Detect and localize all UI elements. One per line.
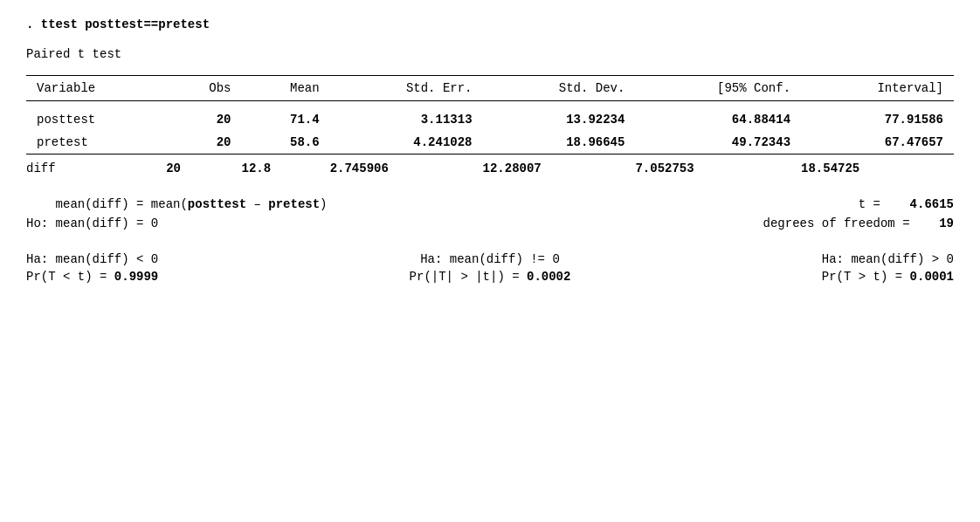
hypotheses-section: Ha: mean(diff) < 0 Pr(T < t) = 0.9999 Ha…	[26, 252, 954, 284]
spacer-row-1	[26, 101, 954, 109]
mean-diff-left: mean(diff) = mean(posttest – pretest)	[26, 197, 859, 211]
cell-confhigh-diff: 18.54725	[801, 161, 954, 175]
pretest-label: pretest	[268, 197, 320, 211]
command-line: . ttest posttest==pretest	[26, 17, 954, 31]
col-std-dev: Std. Dev.	[483, 76, 636, 101]
ho-label: Ho: mean(diff) = 0	[26, 216, 763, 230]
cell-variable-diff: diff	[26, 161, 166, 175]
mean-diff-row: mean(diff) = mean(posttest – pretest) t …	[26, 195, 954, 214]
cell-mean-posttest: 71.4	[242, 108, 330, 131]
ha2-block: Ha: mean(diff) != 0 Pr(|T| > |t|) = 0.00…	[342, 252, 639, 284]
table-row-pretest: pretest 20 58.6 4.241028 18.96645 49.723…	[26, 131, 954, 155]
col-mean: Mean	[242, 76, 330, 101]
ha3-block: Ha: mean(diff) > 0 Pr(T > t) = 0.0001	[656, 252, 954, 284]
cell-stderr-pretest: 4.241028	[330, 131, 483, 155]
col-std-err: Std. Err.	[330, 76, 483, 101]
ha2-value: 0.0002	[527, 270, 570, 284]
ha3-label: Ha: mean(diff) > 0	[656, 252, 954, 266]
ha1-block: Ha: mean(diff) < 0 Pr(T < t) = 0.9999	[26, 252, 324, 284]
df-right: degrees of freedom = 19	[763, 216, 954, 230]
results-table: Variable Obs Mean Std. Err. Std. Dev. [9…	[26, 75, 954, 182]
cell-conflow-diff: 7.052753	[635, 161, 801, 175]
df-value: 19	[939, 216, 954, 230]
cell-obs-pretest: 20	[166, 131, 241, 155]
ha1-value: 0.9999	[114, 270, 158, 284]
cell-stddev-pretest: 18.96645	[483, 131, 636, 155]
table-row-diff: diff 20 12.8 2.745906 12.28007 7.052753 …	[26, 161, 954, 175]
ha2-prob: Pr(|T| > |t|) = 0.0002	[342, 270, 639, 284]
cell-mean-pretest: 58.6	[242, 131, 330, 155]
posttest-label: posttest	[188, 197, 246, 211]
cell-variable-pretest: pretest	[26, 131, 166, 155]
ha2-label: Ha: mean(diff) != 0	[342, 252, 639, 266]
cell-stddev-diff: 12.28007	[483, 161, 636, 175]
cell-conflow-posttest: 64.88414	[635, 108, 801, 131]
table-row-posttest: posttest 20 71.4 3.11313 13.92234 64.884…	[26, 108, 954, 131]
col-conf-high: Interval]	[801, 76, 954, 101]
ha1-label: Ha: mean(diff) < 0	[26, 252, 324, 266]
cell-mean-diff: 12.8	[242, 161, 330, 175]
ha3-value: 0.0001	[910, 270, 954, 284]
cell-confhigh-pretest: 67.47657	[801, 131, 954, 155]
cell-variable-posttest: posttest	[26, 108, 166, 131]
test-title: Paired t test	[26, 47, 954, 61]
col-variable: Variable	[26, 76, 166, 101]
spacer-row-3	[26, 175, 954, 182]
col-obs: Obs	[166, 76, 241, 101]
ho-row: Ho: mean(diff) = 0 degrees of freedom = …	[26, 214, 954, 233]
cell-stddev-posttest: 13.92234	[483, 108, 636, 131]
ha3-prob: Pr(T > t) = 0.0001	[656, 270, 954, 284]
table-header-row: Variable Obs Mean Std. Err. Std. Dev. [9…	[26, 76, 954, 101]
cell-stderr-diff: 2.745906	[330, 161, 483, 175]
t-value: 4.6615	[910, 197, 954, 211]
col-conf-low: [95% Conf.	[635, 76, 801, 101]
spacer-row-2	[26, 155, 954, 162]
cell-confhigh-posttest: 77.91586	[801, 108, 954, 131]
cell-obs-posttest: 20	[166, 108, 241, 131]
t-stat-right: t = 4.6615	[859, 197, 954, 211]
stats-section: mean(diff) = mean(posttest – pretest) t …	[26, 191, 954, 237]
cell-stderr-posttest: 3.11313	[330, 108, 483, 131]
cell-conflow-pretest: 49.72343	[635, 131, 801, 155]
cell-obs-diff: 20	[166, 161, 241, 175]
ha1-prob: Pr(T < t) = 0.9999	[26, 270, 324, 284]
